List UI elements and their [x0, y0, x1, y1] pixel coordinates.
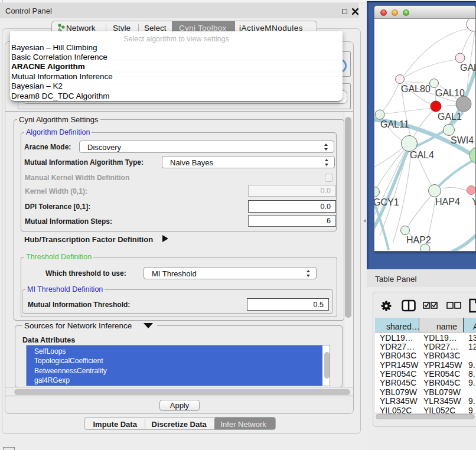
svg-text:SWI4: SWI4 — [451, 135, 474, 145]
svg-text:GAL1: GAL1 — [438, 112, 462, 122]
svg-text:GAL4: GAL4 — [410, 150, 434, 160]
svg-text:HAP2: HAP2 — [406, 235, 431, 245]
svg-text:GCY1: GCY1 — [374, 197, 399, 207]
svg-text:HAP4: HAP4 — [435, 197, 460, 207]
svg-text:Y: Y — [472, 197, 476, 207]
svg-text:GAL11: GAL11 — [380, 119, 409, 129]
svg-text:GAL10: GAL10 — [435, 88, 465, 98]
svg-text:GAL7: GAL7 — [460, 63, 476, 73]
svg-text:GAL80: GAL80 — [401, 84, 431, 94]
